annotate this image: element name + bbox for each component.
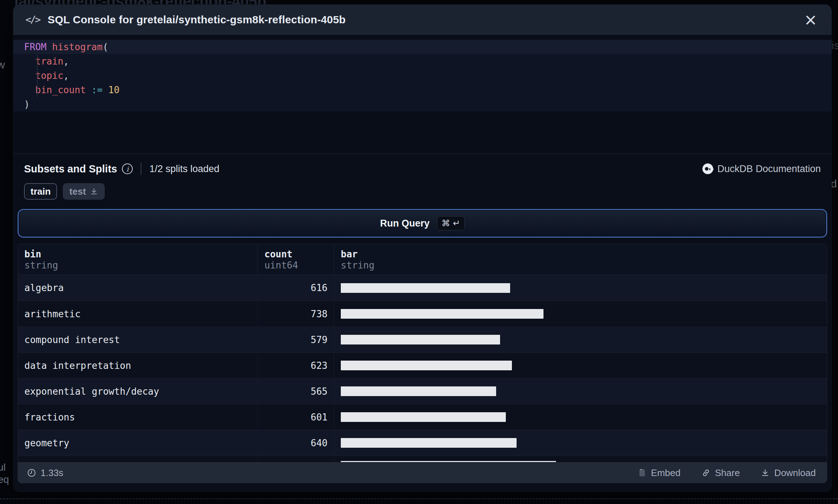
cell-bin: algebra bbox=[18, 275, 258, 301]
table-row: data interpretation623 bbox=[18, 352, 827, 378]
cell-bar bbox=[334, 379, 827, 404]
histogram-bar bbox=[341, 309, 543, 319]
sql-editor[interactable]: FROM histogram( train, topic, bin_count … bbox=[13, 35, 832, 154]
duckdb-doc-label: DuckDB Documentation bbox=[717, 163, 821, 175]
split-pill-test[interactable]: test bbox=[63, 183, 104, 200]
download-button[interactable]: Download bbox=[758, 467, 818, 479]
split-pill-train[interactable]: train bbox=[24, 183, 57, 200]
code-token: bin_count bbox=[35, 85, 86, 95]
table-row: fractions601 bbox=[18, 404, 827, 430]
histogram-bar bbox=[341, 361, 512, 370]
embed-button[interactable]: Embed bbox=[635, 467, 683, 479]
column-header-count: countuint64 bbox=[258, 244, 334, 275]
share-button[interactable]: Share bbox=[699, 467, 742, 479]
background-text-fragment: d bbox=[831, 178, 837, 190]
code-line[interactable]: FROM histogram( bbox=[13, 40, 832, 54]
splits-loaded-label: 1/2 splits loaded bbox=[149, 163, 219, 175]
footer-actions: EmbedShareDownload bbox=[635, 467, 818, 479]
code-token: := bbox=[91, 85, 103, 95]
code-token: topic bbox=[35, 70, 63, 81]
code-line[interactable]: ) bbox=[13, 97, 832, 111]
code-line[interactable]: train, bbox=[13, 54, 832, 68]
vertical-divider bbox=[141, 163, 141, 175]
cell-count: 640 bbox=[258, 430, 334, 456]
duration-value: 1.33s bbox=[41, 467, 63, 479]
table-row-partial bbox=[18, 456, 827, 462]
code-token bbox=[24, 70, 35, 81]
histogram-bar bbox=[341, 335, 500, 344]
column-name: count bbox=[264, 248, 328, 260]
code-token bbox=[86, 85, 91, 95]
code-token: FROM bbox=[24, 42, 47, 52]
column-type: string bbox=[24, 260, 251, 271]
download-icon bbox=[90, 187, 98, 196]
clock-icon bbox=[27, 468, 36, 477]
background-dashed-divider bbox=[0, 498, 838, 499]
cell-count: 623 bbox=[258, 353, 334, 378]
code-token: , bbox=[63, 56, 69, 67]
table-row: algebra616 bbox=[18, 275, 827, 301]
code-token: ) bbox=[24, 99, 30, 110]
code-line[interactable]: bin_count := 10 bbox=[13, 83, 832, 97]
histogram-bar bbox=[341, 386, 496, 396]
split-label: test bbox=[69, 186, 86, 197]
cell-bar bbox=[334, 301, 827, 327]
subsets-bar: Subsets and Splits i 1/2 splits loaded D… bbox=[24, 160, 821, 178]
cell-count: 616 bbox=[258, 275, 334, 301]
cell-count: 601 bbox=[258, 404, 334, 430]
download-icon bbox=[761, 468, 770, 477]
cell-bar bbox=[334, 353, 827, 378]
duckdb-doc-link[interactable]: DuckDB Documentation bbox=[702, 163, 821, 175]
share-label: Share bbox=[715, 467, 740, 479]
code-token bbox=[24, 85, 35, 95]
code-icon: </> bbox=[25, 14, 40, 25]
cell-count: 579 bbox=[258, 327, 334, 352]
code-token: 10 bbox=[108, 85, 119, 95]
split-label: train bbox=[30, 186, 51, 197]
kbd-shortcut: ⌘ ↵ bbox=[437, 216, 465, 230]
duckdb-logo-icon bbox=[702, 163, 713, 174]
cell-bin: fractions bbox=[18, 404, 258, 430]
code-token: ( bbox=[103, 42, 108, 52]
cell-bin bbox=[18, 456, 258, 462]
cell-bin: data interpretation bbox=[18, 353, 258, 378]
cell-bin: arithmetic bbox=[18, 301, 258, 327]
table-body: algebra616arithmetic738compound interest… bbox=[18, 275, 827, 462]
column-type: uint64 bbox=[264, 260, 328, 271]
indent-guide bbox=[37, 54, 38, 97]
cell-bar bbox=[334, 456, 827, 462]
close-button[interactable]: × bbox=[802, 12, 819, 28]
cell-count: 738 bbox=[258, 301, 334, 327]
background-text-fragment: eq bbox=[0, 474, 9, 485]
table-row: geometry640 bbox=[18, 430, 827, 456]
embed-icon bbox=[637, 468, 647, 477]
split-pills: traintest bbox=[24, 183, 105, 200]
table-row: exponential growth/decay565 bbox=[18, 378, 827, 404]
code-line[interactable]: topic, bbox=[13, 68, 832, 83]
background-text-fragment: is bbox=[832, 39, 838, 52]
histogram-bar bbox=[341, 412, 506, 422]
table-row: arithmetic738 bbox=[18, 301, 827, 327]
cell-bin: exponential growth/decay bbox=[18, 379, 258, 404]
background-text-fragment: w bbox=[0, 59, 5, 71]
background-text-fragment: ul bbox=[0, 462, 6, 473]
code-token bbox=[103, 85, 108, 95]
cell-count bbox=[258, 456, 334, 462]
code-token bbox=[24, 56, 35, 67]
cell-bar bbox=[334, 404, 827, 430]
column-type: string bbox=[341, 260, 820, 271]
info-icon[interactable]: i bbox=[122, 163, 133, 174]
cell-bar bbox=[334, 430, 827, 456]
code-token bbox=[47, 42, 52, 52]
table-header: binstringcountuint64barstring bbox=[18, 244, 827, 275]
histogram-bar bbox=[341, 438, 517, 448]
run-query-button[interactable]: Run Query ⌘ ↵ bbox=[18, 209, 827, 238]
code-token: , bbox=[63, 70, 69, 81]
cell-bar bbox=[334, 275, 827, 301]
column-header-bar: barstring bbox=[334, 244, 827, 275]
modal-header: </> SQL Console for gretelai/synthetic-g… bbox=[13, 5, 832, 35]
run-query-label: Run Query bbox=[380, 218, 430, 229]
cell-bin: compound interest bbox=[18, 327, 258, 352]
modal-title: SQL Console for gretelai/synthetic-gsm8k… bbox=[48, 14, 346, 26]
code-token: histogram bbox=[52, 42, 103, 52]
